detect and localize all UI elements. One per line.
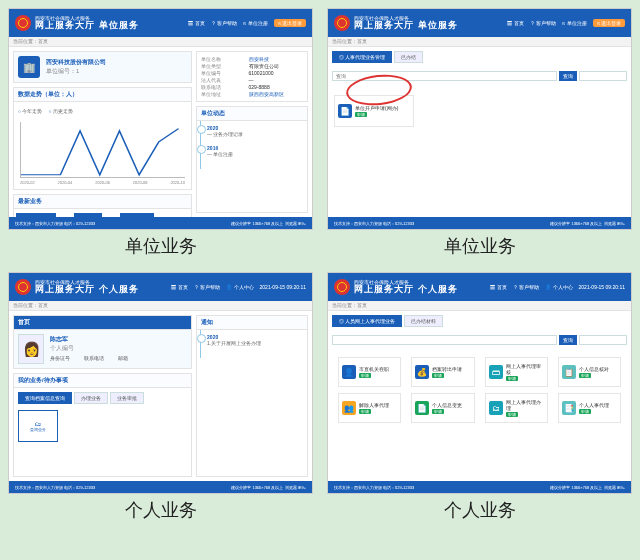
tile-icon: 👤 <box>342 365 356 379</box>
service-tile-1[interactable]: 💰档案转出申请申请 <box>411 357 474 387</box>
service-tile-2[interactable]: 🗃网上人事代理审核申请 <box>485 357 548 387</box>
breadcrumb: 当前位置：首页 <box>9 37 312 47</box>
chart-title: 数据走势（单位：人） <box>14 88 191 102</box>
nav-user[interactable]: 👤 个人中心 <box>226 284 253 290</box>
tile-label: 个人人事代理 <box>579 402 609 408</box>
nav-logout[interactable]: ⎋ 单位注册 <box>562 20 586 26</box>
notice-card: 通知 20201.关于开展网上业务办理 <box>196 315 308 477</box>
service-tile-4[interactable]: 👥解除人事代理申请 <box>338 393 401 423</box>
tile-corp-apply[interactable]: 📄 单位开户申请(网办)申请 <box>334 95 414 127</box>
screenshot-pers-tiles: 西安市社会保险人才服务网上服务大厅 个人服务 ☰ 首页 ？ 客户帮助 👤 个人中… <box>327 272 632 494</box>
timeline-card: 单位动态 2020— 业务办理记录 2016— 单位注册 <box>196 106 308 213</box>
corp-name: 西安科技股份有限公司 <box>46 58 106 67</box>
nav-home[interactable]: ☰ 首页 <box>490 284 506 290</box>
breadcrumb: 当前位置：首页 <box>328 37 631 47</box>
caption: 个人业务 <box>327 498 632 522</box>
nav-help[interactable]: ？ 客户帮助 <box>194 284 220 290</box>
nav-exit[interactable]: ⎋ 退出登录 <box>274 19 306 27</box>
header: 西安市社会保险人才服务网上服务大厅 个人服务 ☰ 首页 ？ 客户帮助 👤 个人中… <box>328 273 631 301</box>
tab-active[interactable]: ◎ 人员网上人事代理业务 <box>332 315 402 327</box>
tile-badge: 申请 <box>579 409 591 414</box>
breadcrumb: 当前位置：首页 <box>328 301 631 311</box>
tile-badge: 申请 <box>506 412 518 417</box>
search-input[interactable] <box>332 71 557 81</box>
search-button[interactable]: 查询 <box>559 71 577 81</box>
tile-badge: 申请 <box>432 373 444 378</box>
caption: 单位业务 <box>8 234 313 258</box>
nav-exit[interactable]: ⎋ 退出登录 <box>593 19 625 27</box>
pers-info-card: 首页 👩 陈志军 个人编号 身份证号联系电话邮箱 <box>13 315 192 369</box>
nav-help[interactable]: ？ 客户帮助 <box>530 20 556 26</box>
corp-info-card: 🏢 西安科技股份有限公司 单位编号：1 <box>13 51 192 83</box>
tile-badge: 申请 <box>506 376 518 381</box>
tile-label: 网上人事代理审核 <box>506 363 544 375</box>
kv-card: 单位名称西安科技 单位类型有限责任公司 单位编号610021000 法人代表— … <box>196 51 308 102</box>
footer-bar: 技术支持：西安市人力资源 电话：029-12333建议分辨率 1366×768 … <box>9 217 312 229</box>
nav-help[interactable]: ？ 客户帮助 <box>513 284 539 290</box>
tile-icon: 📋 <box>562 365 576 379</box>
filter-select[interactable] <box>579 71 627 81</box>
breadcrumb: 当前位置：首页 <box>9 301 312 311</box>
toggle-history[interactable]: 历史走势 <box>48 108 72 114</box>
service-tile-7[interactable]: 📑个人人事代理申请 <box>558 393 621 423</box>
search-input[interactable] <box>332 335 557 345</box>
tile-grid: 👤市直机关在职申请💰档案转出申请申请🗃网上人事代理审核申请📋个人信息核对申请👥解… <box>332 353 627 427</box>
header: 西安市社会保险人才服务网上服务大厅 个人服务 ☰ 首页 ？ 客户帮助 👤 个人中… <box>9 273 312 301</box>
service-tile-5[interactable]: 📄个人信息变更申请 <box>411 393 474 423</box>
footer-bar: 技术支持：西安市人力资源 电话：029-12333建议分辨率 1366×768 … <box>328 217 631 229</box>
tile-label: 解除人事代理 <box>359 402 389 408</box>
tab-active[interactable]: ◎ 人事代理业务管理 <box>332 51 392 63</box>
screenshot-pers-dashboard: 西安市社会保险人才服务网上服务大厅 个人服务 ☰ 首页 ？ 客户帮助 👤 个人中… <box>8 272 313 494</box>
nav-logout[interactable]: ⎋ 单位注册 <box>243 20 267 26</box>
tile-label: 市直机关在职 <box>359 366 389 372</box>
service-tile-3[interactable]: 📋个人信息核对申请 <box>558 357 621 387</box>
avatar-icon: 👩 <box>18 334 44 364</box>
screenshot-corp-dashboard: 西安市社会保险人才服务网上服务大厅 单位服务 ☰ 首页 ？ 客户帮助 ⎋ 单位注… <box>8 8 313 230</box>
tab-row: ◎ 人事代理业务管理 已办结 <box>332 51 627 63</box>
tab-done[interactable]: 已办结材料 <box>404 315 443 327</box>
emblem-icon <box>334 15 350 31</box>
tile-label: 档案转出申请 <box>432 366 462 372</box>
mywork-card: 我的业务/待办事项 查询档案信息查询 办理业务 业务审批 🗂 查询业务 <box>13 373 192 477</box>
search-button[interactable]: 查询 <box>559 335 577 345</box>
tab-2[interactable]: 办理业务 <box>74 392 108 404</box>
tile-label: 个人信息变更 <box>432 402 462 408</box>
tile-badge: 申请 <box>579 373 591 378</box>
nav-help[interactable]: ？ 客户帮助 <box>211 20 237 26</box>
emblem-icon <box>334 279 350 295</box>
nav-home[interactable]: ☰ 首页 <box>507 20 523 26</box>
nav-time: 2021-09-15 09:20:11 <box>260 284 306 290</box>
service-tile-0[interactable]: 👤市直机关在职申请 <box>338 357 401 387</box>
header: 西安市社会保险人才服务网上服务大厅 单位服务 ☰ 首页 ？ 客户帮助 ⎋ 单位注… <box>9 9 312 37</box>
nav-user[interactable]: 👤 个人中心 <box>545 284 572 290</box>
tile-badge: 申请 <box>359 409 371 414</box>
tile-icon: 👥 <box>342 401 356 415</box>
header: 西安市社会保险人才服务网上服务大厅 单位服务 ☰ 首页 ？ 客户帮助 ⎋ 单位注… <box>328 9 631 37</box>
screenshot-corp-apply: 西安市社会保险人才服务网上服务大厅 单位服务 ☰ 首页 ？ 客户帮助 ⎋ 单位注… <box>327 8 632 230</box>
service-tile-6[interactable]: 🗂网上人事代理办理申请 <box>485 393 548 423</box>
footer-bar: 技术支持：西安市人力资源 电话：029-12333建议分辨率 1366×768 … <box>328 481 631 493</box>
filter-select[interactable] <box>579 335 627 345</box>
tile-icon: 📑 <box>562 401 576 415</box>
tile-icon: 🗃 <box>489 365 503 379</box>
emblem-icon <box>15 15 31 31</box>
nav-time: 2021-09-15 09:20:11 <box>579 284 625 290</box>
tile-icon: 🗂 <box>489 401 503 415</box>
line-chart <box>20 122 185 178</box>
tab-done[interactable]: 已办结 <box>394 51 423 63</box>
doc-icon: 📄 <box>338 104 352 118</box>
nav-home[interactable]: ☰ 首页 <box>171 284 187 290</box>
user-name: 陈志军 <box>50 335 128 344</box>
tile-badge: 申请 <box>359 373 371 378</box>
tile-icon: 💰 <box>415 365 429 379</box>
chart-card: 数据走势（单位：人） 今年走势 历史走势 2020-022020-042020-… <box>13 87 192 190</box>
nav-home[interactable]: ☰ 首页 <box>188 20 204 26</box>
toggle-current[interactable]: 今年走势 <box>18 108 42 114</box>
caption: 个人业务 <box>8 498 313 522</box>
tab-row: ◎ 人员网上人事代理业务 已办结材料 <box>332 315 627 327</box>
footer-bar: 技术支持：西安市人力资源 电话：029-12333建议分辨率 1366×768 … <box>9 481 312 493</box>
file-tile[interactable]: 🗂 查询业务 <box>18 410 58 442</box>
tab-1[interactable]: 查询档案信息查询 <box>18 392 72 404</box>
tab-3[interactable]: 业务审批 <box>110 392 144 404</box>
bars-card: 最新业务 <box>13 194 192 217</box>
